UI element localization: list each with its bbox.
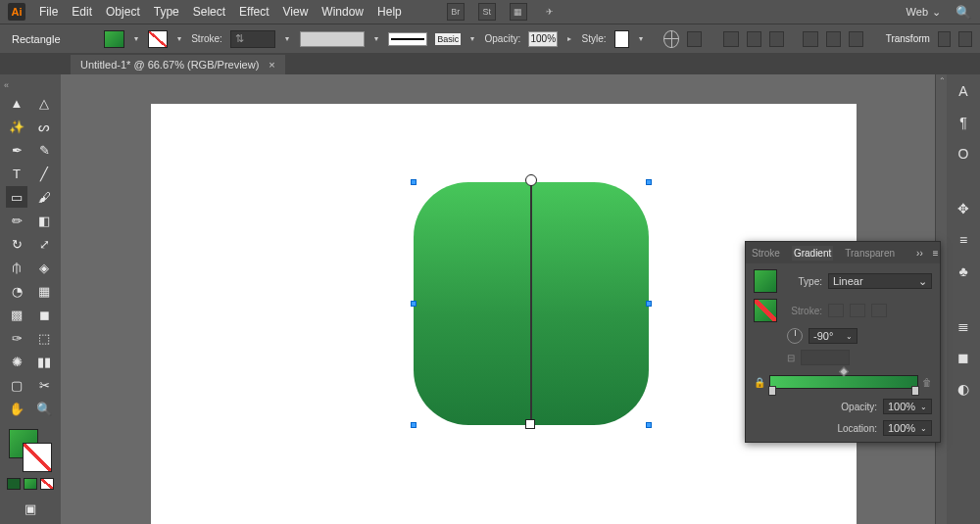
align-hcenter-icon[interactable] — [747, 31, 761, 47]
stop-location-input[interactable]: 100% ⌄ — [883, 420, 932, 436]
gpu-icon[interactable]: ✈ — [541, 3, 559, 21]
trash-icon[interactable]: 🗑 — [922, 377, 932, 388]
extra-icon[interactable] — [958, 31, 972, 47]
curvature-tool[interactable]: ✎ — [33, 139, 55, 161]
toolbar-collapse[interactable]: « — [4, 80, 9, 90]
opentype-panel-icon[interactable]: O — [953, 143, 974, 165]
fill-swatch[interactable] — [104, 30, 123, 48]
stroke-weight-input[interactable]: ⇅ — [230, 30, 275, 48]
menu-select[interactable]: Select — [193, 5, 225, 19]
brush-def[interactable] — [388, 32, 427, 46]
mesh-tool[interactable]: ▩ — [6, 304, 27, 325]
menu-help[interactable]: Help — [377, 5, 402, 19]
document-tab[interactable]: Untitled-1* @ 66.67% (RGB/Preview) × — [71, 55, 285, 74]
align-right-icon[interactable] — [769, 31, 784, 47]
lasso-tool[interactable]: ᔕ — [33, 116, 55, 137]
gradient-end-handle[interactable] — [525, 419, 535, 429]
stop-opacity-input[interactable]: 100% ⌄ — [883, 399, 932, 414]
menu-type[interactable]: Type — [154, 5, 179, 19]
style-dropdown[interactable]: ▾ — [637, 30, 645, 48]
paragraph-panel-icon[interactable]: ¶ — [953, 112, 974, 133]
rectangle-tool[interactable]: ▭ — [6, 186, 27, 208]
zoom-tool[interactable]: 🔍 — [33, 398, 55, 419]
column-graph-tool[interactable]: ▮▮ — [33, 351, 55, 372]
transparency-panel-icon[interactable]: ◐ — [953, 378, 974, 400]
gradient-fill-thumb[interactable] — [754, 269, 777, 293]
fill-stroke-indicator[interactable] — [9, 429, 52, 472]
menu-view[interactable]: View — [283, 5, 309, 19]
stroke-swatch-dropdown[interactable]: ▾ — [175, 30, 183, 48]
screen-mode-tool[interactable]: ▣ — [20, 498, 41, 519]
variable-width-profile[interactable] — [300, 31, 365, 47]
hand-tool[interactable]: ✋ — [6, 398, 27, 419]
align-left-icon[interactable] — [723, 31, 738, 47]
panel-collapse-icon[interactable]: ›› — [916, 248, 923, 259]
magic-wand-tool[interactable]: ✨ — [6, 116, 27, 137]
style-swatch[interactable] — [614, 30, 629, 48]
transform-panel-icon[interactable]: ✥ — [953, 198, 974, 219]
transform-label[interactable]: Transform — [886, 33, 930, 44]
artboard-tool[interactable]: ▢ — [6, 374, 27, 396]
gradient-stroke-thumb[interactable] — [754, 299, 777, 322]
gradient-tool[interactable]: ◼ — [33, 304, 55, 325]
tab-transparency[interactable]: Transparen — [843, 246, 897, 261]
gradient-type-select[interactable]: Linear ⌄ — [828, 273, 932, 289]
align-bottom-icon[interactable] — [849, 31, 863, 47]
slice-tool[interactable]: ✂ — [33, 374, 55, 396]
pen-tool[interactable]: ✒ — [6, 139, 27, 161]
recolor-icon[interactable] — [663, 30, 678, 48]
direct-selection-tool[interactable]: △ — [33, 92, 55, 114]
blend-tool[interactable]: ⬚ — [33, 327, 55, 349]
menu-edit[interactable]: Edit — [72, 5, 92, 19]
selection-handle[interactable] — [646, 179, 652, 185]
color-mode-gradient[interactable] — [24, 478, 37, 490]
line-tool[interactable]: ╱ — [33, 163, 55, 184]
selection-handle[interactable] — [411, 422, 416, 428]
opacity-input[interactable]: 100% — [528, 31, 558, 47]
variable-width-dropdown[interactable]: ▾ — [372, 30, 380, 48]
symbol-sprayer-tool[interactable]: ✺ — [6, 351, 27, 372]
gradient-stop-start[interactable] — [768, 386, 776, 396]
perspective-tool[interactable]: ▦ — [33, 280, 55, 302]
pathfinder-panel-icon[interactable]: ♣ — [953, 261, 974, 282]
stock-icon[interactable]: St — [478, 3, 496, 21]
fill-swatch-dropdown[interactable]: ▾ — [132, 30, 140, 48]
opacity-dropdown[interactable]: ▸ — [565, 30, 573, 48]
color-mode-solid[interactable] — [7, 478, 21, 490]
type-panel-icon[interactable]: A — [953, 80, 974, 102]
rotate-tool[interactable]: ↻ — [6, 233, 27, 255]
selection-tool[interactable]: ▲ — [6, 92, 27, 114]
type-tool[interactable]: T — [6, 163, 27, 184]
align-vcenter-icon[interactable] — [826, 31, 841, 47]
search-icon[interactable]: 🔍 — [955, 3, 972, 21]
gradient-annotator-line[interactable] — [530, 182, 532, 425]
selection-handle[interactable] — [646, 301, 652, 307]
menu-effect[interactable]: Effect — [239, 5, 269, 19]
selection-handle[interactable] — [411, 179, 416, 185]
stroke-swatch[interactable] — [148, 30, 168, 48]
tab-stroke[interactable]: Stroke — [750, 246, 782, 261]
brush-dropdown[interactable]: ▾ — [468, 30, 476, 48]
bridge-icon[interactable]: Br — [447, 3, 465, 21]
eraser-tool[interactable]: ◧ — [33, 210, 55, 231]
stroke-panel-icon[interactable]: ≣ — [953, 315, 974, 337]
menu-file[interactable]: File — [39, 5, 58, 19]
width-tool[interactable]: ⫛ — [6, 257, 27, 278]
gradient-stop-end[interactable] — [911, 386, 919, 396]
gradient-ramp[interactable] — [769, 375, 918, 389]
gradient-start-handle[interactable] — [525, 174, 537, 186]
free-transform-tool[interactable]: ◈ — [33, 257, 55, 278]
stroke-box[interactable] — [23, 443, 52, 472]
selection-handle[interactable] — [411, 301, 416, 307]
color-mode-none[interactable] — [40, 478, 54, 490]
stroke-weight-dropdown[interactable]: ▾ — [283, 30, 291, 48]
selection-handle[interactable] — [646, 422, 652, 428]
align-top-icon[interactable] — [803, 31, 817, 47]
workspace-selector[interactable]: Web ⌄ — [906, 6, 941, 19]
gradient-angle-input[interactable]: -90° ⌄ — [808, 328, 858, 344]
paintbrush-tool[interactable]: 🖌 — [33, 186, 55, 208]
arrange-icon[interactable]: ▦ — [510, 3, 527, 21]
isolate-icon[interactable] — [938, 31, 952, 47]
eyedropper-tool[interactable]: ✑ — [6, 327, 27, 349]
tab-gradient[interactable]: Gradient — [792, 246, 833, 261]
